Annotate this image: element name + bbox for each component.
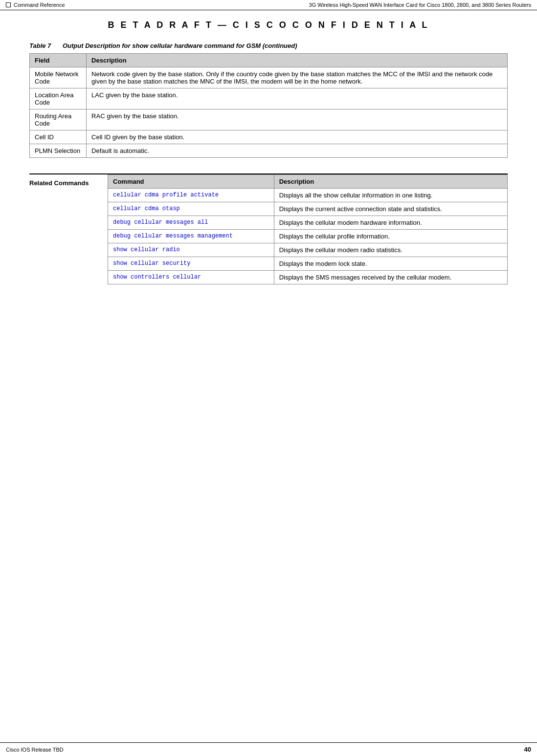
table-caption: Table 7 Output Description for show cell… (29, 42, 508, 49)
related-command-link[interactable]: cellular cdma profile activate (108, 189, 274, 202)
table-cell-field: Routing Area Code (30, 109, 87, 130)
header-field: Field (30, 54, 87, 67)
table-number: Table 7 (29, 42, 51, 49)
table-cell-field: Cell ID (30, 130, 87, 144)
bottom-bar-right: 40 (524, 746, 531, 753)
table-cell-field: Location Area Code (30, 88, 87, 109)
table-cell-description: LAC given by the base station. (87, 88, 508, 109)
related-command-link[interactable]: show controllers cellular (108, 271, 274, 284)
main-table: Field Description Mobile Network CodeNet… (29, 53, 508, 158)
top-bar: Command Reference 3G Wireless High-Speed… (0, 0, 537, 10)
table-cell-field: Mobile Network Code (30, 67, 87, 88)
related-command-description: Displays the cellular modem hardware inf… (274, 216, 507, 230)
related-table-row: cellular cdma otaspDisplays the current … (108, 202, 508, 216)
top-bar-title: 3G Wireless High-Speed WAN Interface Car… (309, 2, 531, 8)
related-command-description: Displays the modem lock state. (274, 257, 507, 271)
section-icon (6, 2, 11, 7)
header-description: Description (87, 54, 508, 67)
table-cell-description: Cell ID given by the base station. (87, 130, 508, 144)
related-table-row: cellular cdma profile activateDisplays a… (108, 189, 508, 202)
related-command-description: Displays the SMS messages received by th… (274, 271, 507, 284)
related-commands-table: Command Description cellular cdma profil… (108, 174, 508, 284)
table-cell-field: PLMN Selection (30, 144, 87, 158)
table-row: Cell IDCell ID given by the base station… (30, 130, 508, 144)
table-row: Routing Area CodeRAC given by the base s… (30, 109, 508, 130)
related-commands-section: Related Commands Command Description cel… (29, 173, 508, 284)
related-command-link[interactable]: show cellular radio (108, 243, 274, 257)
related-command-description: Displays all the show cellular informati… (274, 189, 507, 202)
table-header-row: Field Description (30, 54, 508, 67)
page-content: B E T A D R A F T — C I S C O C O N F I … (0, 10, 537, 314)
related-table-row: show cellular securityDisplays the modem… (108, 257, 508, 271)
page-title: B E T A D R A F T — C I S C O C O N F I … (29, 20, 508, 30)
related-header-description: Description (274, 175, 507, 189)
table-cell-description: Default is automatic. (87, 144, 508, 158)
section-label: Command Reference (14, 2, 65, 8)
related-header-row: Command Description (108, 175, 508, 189)
table-row: Location Area CodeLAC given by the base … (30, 88, 508, 109)
related-command-link[interactable]: cellular cdma otasp (108, 202, 274, 216)
top-bar-section: Command Reference (6, 2, 65, 8)
related-command-link[interactable]: debug cellular messages management (108, 230, 274, 243)
table-row: Mobile Network CodeNetwork code given by… (30, 67, 508, 88)
related-table-row: show cellular radioDisplays the cellular… (108, 243, 508, 257)
related-table-row: show controllers cellularDisplays the SM… (108, 271, 508, 284)
table-title: Output Description for show cellular har… (63, 42, 297, 49)
related-command-description: Displays the cellular profile informatio… (274, 230, 507, 243)
bottom-bar-left: Cisco IOS Release TBD (6, 747, 64, 753)
bottom-bar: Cisco IOS Release TBD 40 (0, 742, 537, 756)
related-command-link[interactable]: debug cellular messages all (108, 216, 274, 230)
table-row: PLMN SelectionDefault is automatic. (30, 144, 508, 158)
related-table-row: debug cellular messages allDisplays the … (108, 216, 508, 230)
related-header-command: Command (108, 175, 274, 189)
table-cell-description: RAC given by the base station. (87, 109, 508, 130)
related-command-description: Displays the current active connection s… (274, 202, 507, 216)
related-command-description: Displays the cellular modem radio statis… (274, 243, 507, 257)
related-commands-label: Related Commands (29, 174, 108, 284)
related-command-link[interactable]: show cellular security (108, 257, 274, 271)
related-table-row: debug cellular messages managementDispla… (108, 230, 508, 243)
table-cell-description: Network code given by the base station. … (87, 67, 508, 88)
